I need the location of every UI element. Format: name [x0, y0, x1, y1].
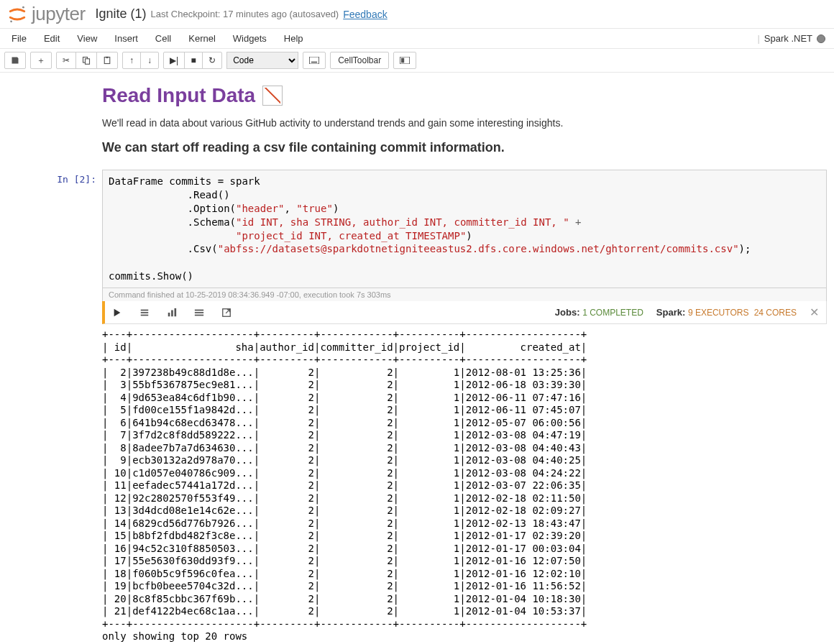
- subsection-heading: We can start off reading a csv file cont…: [102, 140, 827, 155]
- spark-label: Spark:: [656, 307, 685, 318]
- paste-button[interactable]: [96, 52, 118, 69]
- toolbar: ＋ ✂ ↑ ↓ ▶| ■ ↻ Code CellToolbar: [0, 49, 834, 73]
- copy-button[interactable]: [75, 52, 97, 69]
- svg-rect-7: [311, 62, 317, 63]
- cell-toolbar-button[interactable]: CellToolbar: [330, 52, 389, 69]
- arrow-up-icon: ↑: [129, 55, 134, 65]
- command-palette-button[interactable]: [303, 52, 326, 69]
- input-prompt: In [2]:: [43, 170, 102, 643]
- cell-type-select[interactable]: Code: [226, 52, 298, 69]
- menu-file[interactable]: File: [3, 29, 35, 48]
- section-paragraph: We'll read in data about various GitHub …: [102, 117, 827, 129]
- svg-rect-18: [195, 312, 203, 313]
- svg-rect-14: [168, 313, 170, 316]
- play-icon[interactable]: [112, 308, 122, 318]
- plus-icon: ＋: [37, 55, 45, 67]
- save-icon: [11, 56, 19, 65]
- menu-insert[interactable]: Insert: [106, 29, 147, 48]
- menu-help[interactable]: Help: [275, 29, 312, 48]
- executors-value[interactable]: 9 EXECUTORS: [688, 308, 748, 318]
- svg-rect-13: [141, 314, 149, 316]
- stop-icon: ■: [191, 55, 196, 65]
- add-cell-button[interactable]: ＋: [30, 52, 52, 69]
- menu-view[interactable]: View: [68, 29, 106, 48]
- menubar: File Edit View Insert Cell Kernel Widget…: [3, 29, 312, 48]
- cut-icon: ✂: [63, 55, 70, 65]
- svg-rect-6: [309, 57, 319, 64]
- kernel-indicator: | Spark .NET: [757, 33, 831, 44]
- menu-widgets[interactable]: Widgets: [224, 29, 275, 48]
- code-input[interactable]: DataFrame commits = spark .Read() .Optio…: [102, 170, 827, 288]
- list-icon[interactable]: [139, 308, 150, 318]
- svg-rect-9: [401, 58, 404, 63]
- close-icon[interactable]: ✕: [810, 305, 819, 319]
- chart-increasing-icon: [262, 86, 283, 106]
- svg-marker-10: [114, 308, 121, 316]
- kernel-status-icon[interactable]: [817, 34, 825, 43]
- svg-rect-3: [86, 59, 90, 65]
- svg-rect-12: [141, 312, 149, 313]
- svg-rect-19: [195, 314, 203, 316]
- svg-rect-5: [106, 57, 109, 58]
- table-icon[interactable]: [194, 308, 204, 318]
- move-down-button[interactable]: ↓: [140, 52, 159, 69]
- jupyter-icon: [7, 4, 27, 24]
- bar-chart-icon[interactable]: [167, 308, 177, 318]
- logo-text: jupyter: [32, 3, 86, 25]
- paste-icon: [103, 56, 111, 65]
- cores-value[interactable]: 24 CORES: [754, 308, 797, 318]
- jobs-value[interactable]: 1 COMPLETED: [582, 308, 643, 318]
- menu-cell[interactable]: Cell: [147, 29, 180, 48]
- section-heading: Read Input Data: [102, 84, 255, 107]
- menu-kernel[interactable]: Kernel: [180, 29, 224, 48]
- kernel-name[interactable]: Spark .NET: [764, 33, 812, 44]
- notebook-container: Read Input Data We'll read in data about…: [0, 73, 834, 644]
- svg-rect-17: [195, 309, 203, 310]
- keyboard-icon: [309, 57, 319, 64]
- move-up-button[interactable]: ↑: [122, 52, 141, 69]
- popout-icon[interactable]: [221, 308, 232, 318]
- svg-rect-16: [175, 308, 177, 316]
- code-cell[interactable]: In [2]: DataFrame commits = spark .Read(…: [43, 170, 827, 643]
- menu-edit[interactable]: Edit: [35, 29, 68, 48]
- separator: |: [757, 33, 759, 44]
- svg-rect-15: [171, 310, 173, 316]
- arrow-down-icon: ↓: [147, 55, 152, 65]
- run-button[interactable]: ▶|: [163, 52, 185, 69]
- svg-point-0: [22, 6, 24, 8]
- jobs-label: Jobs:: [555, 307, 580, 318]
- run-icon: ▶|: [170, 55, 178, 65]
- svg-rect-11: [141, 309, 149, 310]
- jupyter-logo[interactable]: jupyter: [7, 3, 86, 25]
- cell-output: +---+--------------------+---------+----…: [102, 324, 827, 643]
- stop-button[interactable]: ■: [184, 52, 203, 69]
- copy-icon: [82, 56, 91, 65]
- toggle-icon: [400, 57, 410, 64]
- cut-button[interactable]: ✂: [56, 52, 76, 69]
- notebook-name[interactable]: Ignite (1): [96, 6, 147, 22]
- spark-progress-bar: Jobs: 1 COMPLETED Spark: 9 EXECUTORS 24 …: [102, 301, 827, 324]
- svg-point-1: [10, 20, 12, 22]
- restart-button[interactable]: ↻: [202, 52, 222, 69]
- save-button[interactable]: [4, 52, 26, 69]
- header-bar: jupyter Ignite (1) Last Checkpoint: 17 m…: [0, 0, 834, 29]
- toggle-button[interactable]: [393, 52, 416, 69]
- checkpoint-status: Last Checkpoint: 17 minutes ago (autosav…: [151, 9, 339, 19]
- execution-meta: Command finished at 10-25-2019 08:34:36.…: [102, 288, 827, 302]
- menubar-row: File Edit View Insert Cell Kernel Widget…: [0, 29, 834, 49]
- restart-icon: ↻: [208, 55, 216, 65]
- feedback-link[interactable]: Feedback: [343, 9, 387, 20]
- markdown-cell[interactable]: Read Input Data We'll read in data about…: [43, 80, 827, 167]
